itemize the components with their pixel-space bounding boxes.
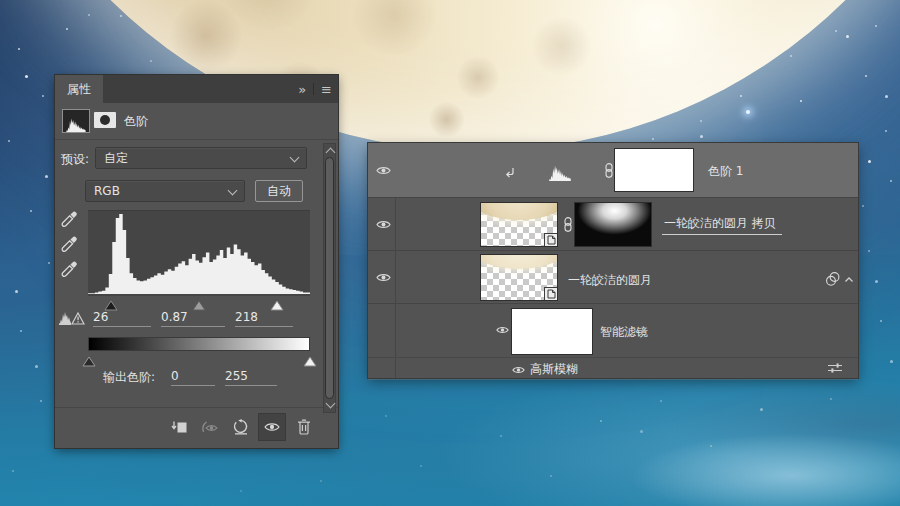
input-white-field[interactable]: 218 xyxy=(235,310,293,327)
smart-filters-label: 智能滤镜 xyxy=(600,324,648,341)
chevron-down-icon xyxy=(228,186,238,196)
toggle-visibility-button[interactable] xyxy=(258,413,286,441)
stars xyxy=(0,0,3,3)
visibility-toggle[interactable] xyxy=(373,269,393,285)
visibility-toggle[interactable] xyxy=(492,322,512,338)
properties-tabbar: 属性 » ≡ xyxy=(55,75,338,103)
smart-filters-row[interactable]: 智能滤镜 xyxy=(368,303,858,357)
output-black-slider[interactable] xyxy=(82,352,96,371)
filter-name[interactable]: 高斯模糊 xyxy=(530,361,578,378)
divider xyxy=(55,139,338,140)
output-white-slider[interactable] xyxy=(303,352,317,371)
layer-row-moon-copy[interactable]: 一轮皎洁的圆月 拷贝 xyxy=(368,197,858,250)
reset-button[interactable] xyxy=(227,413,255,441)
divider xyxy=(55,407,338,408)
gray-point-eyedropper-icon[interactable] xyxy=(60,236,78,254)
collapse-smart-filters-icon[interactable] xyxy=(843,273,855,285)
link-mask-icon[interactable] xyxy=(562,215,574,238)
properties-body: 色阶 预设: 自定 RGB 自动 xyxy=(55,103,338,448)
eye-icon xyxy=(376,219,391,230)
output-black-field[interactable]: 0 xyxy=(171,369,215,386)
white-point-eyedropper-icon[interactable] xyxy=(60,261,78,279)
clip-to-layer-icon xyxy=(171,420,188,435)
scroll-down-icon[interactable] xyxy=(326,399,336,409)
layer-mask-thumbnail[interactable] xyxy=(574,202,652,247)
layers-panel: 色阶 1 一轮皎洁的圆月 拷贝 xyxy=(368,143,858,378)
filter-mask-thumbnail[interactable] xyxy=(511,308,593,355)
histogram-icon xyxy=(65,116,87,132)
eye-icon xyxy=(264,421,280,433)
scroll-up-icon[interactable] xyxy=(326,148,336,158)
layer-mask-thumbnail[interactable] xyxy=(614,148,694,192)
preset-label: 预设: xyxy=(61,151,89,168)
channel-value: RGB xyxy=(94,184,120,198)
visibility-toggle[interactable] xyxy=(508,362,528,378)
eye-icon xyxy=(496,325,509,335)
output-white-field[interactable]: 255 xyxy=(225,369,277,386)
chevron-down-icon xyxy=(290,153,300,163)
layer-thumbnail[interactable] xyxy=(480,202,558,247)
input-black-field[interactable]: 26 xyxy=(93,310,151,327)
adjustment-layer-thumbnail[interactable] xyxy=(518,148,601,192)
layer-name[interactable]: 一轮皎洁的圆月 拷贝 xyxy=(662,215,782,235)
reset-icon xyxy=(233,419,249,435)
input-gamma-field[interactable]: 0.87 xyxy=(161,310,225,327)
layer-name[interactable]: 一轮皎洁的圆月 xyxy=(568,272,652,289)
channel-dropdown[interactable]: RGB xyxy=(85,180,245,202)
visibility-toggle[interactable] xyxy=(373,216,393,232)
output-gradient-bar xyxy=(88,337,310,351)
smart-filter-indicator-icon[interactable] xyxy=(824,271,842,287)
black-point-eyedropper-icon[interactable] xyxy=(60,211,78,229)
panel-menu-icon[interactable]: ≡ xyxy=(321,83,332,96)
trash-icon xyxy=(297,419,311,435)
eye-icon xyxy=(376,272,391,283)
preset-dropdown[interactable]: 自定 xyxy=(95,147,307,169)
preset-value: 自定 xyxy=(104,150,128,167)
output-levels-label: 输出色阶: xyxy=(103,369,155,386)
auto-button[interactable]: 自动 xyxy=(255,180,303,202)
collapse-to-icons-icon[interactable]: » xyxy=(298,83,306,96)
divider xyxy=(313,83,314,95)
properties-panel: 属性 » ≡ 色阶 预设: 自定 xyxy=(55,75,338,448)
layer-thumbnail[interactable] xyxy=(480,254,558,301)
histogram-icon xyxy=(539,163,581,181)
levels-histogram xyxy=(88,210,310,296)
mask-icon xyxy=(94,112,116,128)
properties-scrollbar[interactable] xyxy=(323,143,336,413)
filter-blending-options-icon[interactable] xyxy=(826,361,844,375)
layer-row-levels-1[interactable]: 色阶 1 xyxy=(368,143,858,197)
levels-adjustment-icon xyxy=(62,109,90,133)
filter-row-gaussian-blur[interactable]: 高斯模糊 xyxy=(368,357,858,378)
scrollbar-thumb[interactable] xyxy=(325,157,334,399)
view-previous-state-button[interactable] xyxy=(195,413,223,441)
adjustment-title: 色阶 xyxy=(124,113,148,130)
layer-row-moon[interactable]: 一轮皎洁的圆月 xyxy=(368,250,858,303)
previous-state-eye-icon xyxy=(200,420,218,434)
smart-object-badge-icon xyxy=(544,287,558,301)
clip-to-layer-button[interactable] xyxy=(165,413,193,441)
eye-icon xyxy=(512,365,525,375)
photoshop-workspace: 属性 » ≡ 色阶 预设: 自定 xyxy=(0,0,900,506)
layer-name[interactable]: 色阶 1 xyxy=(708,163,743,180)
clipping-mask-arrow-icon xyxy=(504,164,516,183)
delete-adjustment-button[interactable] xyxy=(290,413,318,441)
eye-icon xyxy=(376,165,391,176)
visibility-toggle[interactable] xyxy=(373,162,393,178)
histogram-warning-icon[interactable] xyxy=(58,309,85,331)
tab-properties[interactable]: 属性 xyxy=(55,75,103,103)
smart-object-badge-icon xyxy=(544,233,558,247)
bright-star xyxy=(746,110,750,114)
